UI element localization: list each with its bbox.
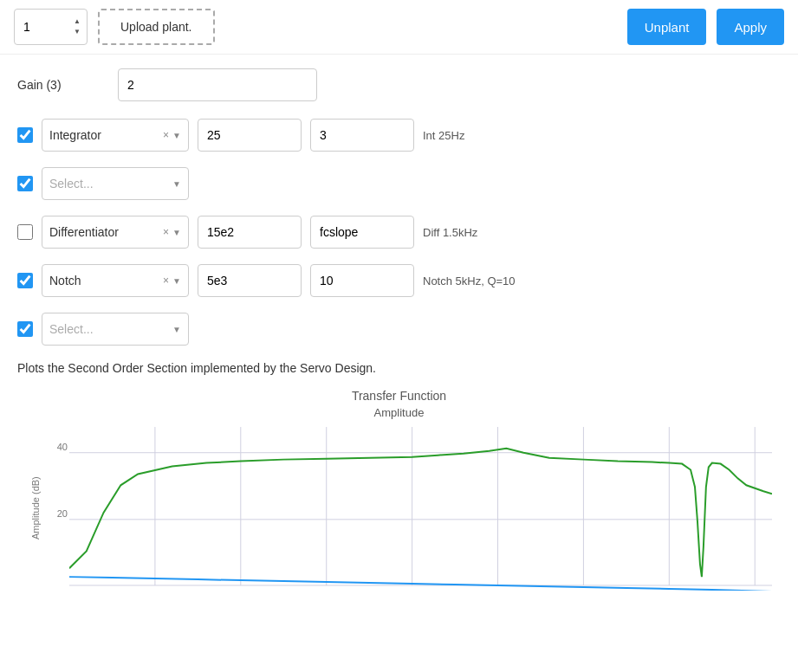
chart-svg — [69, 426, 772, 591]
filter-1-param2[interactable] — [310, 119, 414, 152]
filter-1-arrow-icon: ▼ — [172, 131, 181, 140]
filter-4-description: Notch 5kHz, Q=10 — [423, 275, 516, 288]
filter-row: Integrator × ▼ Int 25Hz — [17, 119, 781, 152]
filter-5-select-icons: ▼ — [172, 325, 181, 334]
chart-container: Transfer Function Amplitude Amplitude (d… — [17, 389, 781, 591]
filter-3-checkbox[interactable] — [17, 224, 33, 240]
description-text: Plots the Second Order Section implement… — [17, 361, 781, 375]
filter-1-description: Int 25Hz — [423, 129, 492, 142]
gain-input[interactable] — [118, 68, 317, 101]
filter-4-arrow-icon: ▼ — [172, 276, 181, 286]
y-ticks: 40 20 — [45, 426, 69, 591]
filter-4-param2[interactable] — [310, 264, 414, 297]
filter-5-arrow-icon: ▼ — [172, 325, 181, 334]
upload-plant-button[interactable]: Upload plant. — [98, 9, 215, 45]
filter-3-param1[interactable] — [198, 216, 302, 249]
filter-2-select-icons: ▼ — [172, 179, 181, 189]
filter-row: Select... ▼ — [17, 167, 781, 200]
filter-5-placeholder: Select... — [49, 322, 172, 336]
main-content: Gain (3) Integrator × ▼ Int 25Hz Select.… — [0, 55, 798, 604]
y-tick-40: 40 — [57, 442, 68, 452]
filter-3-select[interactable]: Differentiator × ▼ — [42, 216, 189, 249]
y-tick-20: 20 — [57, 508, 68, 519]
filter-4-clear-icon[interactable]: × — [163, 275, 169, 287]
filter-3-arrow-icon: ▼ — [172, 228, 181, 237]
filter-1-clear-icon[interactable]: × — [163, 129, 169, 141]
filter-4-param1[interactable] — [198, 264, 302, 297]
filter-4-select[interactable]: Notch × ▼ — [42, 264, 189, 297]
green-curve — [69, 449, 772, 577]
filter-1-select-text: Integrator — [49, 128, 163, 142]
spin-buttons: ▲ ▼ — [70, 17, 84, 36]
spin-up-button[interactable]: ▲ — [70, 17, 84, 26]
gain-label: Gain (3) — [17, 78, 104, 92]
filter-3-param2[interactable] — [310, 216, 414, 249]
filter-1-select[interactable]: Integrator × ▼ — [42, 119, 189, 152]
filter-4-select-icons: × ▼ — [163, 275, 181, 287]
apply-button[interactable]: Apply — [717, 9, 784, 45]
spin-down-button[interactable]: ▼ — [70, 28, 84, 36]
filter-2-select[interactable]: Select... ▼ — [42, 167, 189, 200]
filter-1-select-icons: × ▼ — [163, 129, 181, 141]
y-axis-label: Amplitude (dB) — [26, 426, 45, 591]
top-bar: ▲ ▼ Upload plant. Unplant Apply — [0, 0, 798, 55]
filter-2-arrow-icon: ▼ — [172, 179, 181, 189]
filter-1-checkbox[interactable] — [17, 127, 33, 143]
filter-3-select-text: Differentiator — [49, 225, 163, 239]
filter-3-clear-icon[interactable]: × — [163, 226, 169, 238]
filter-row: Differentiator × ▼ Diff 1.5kHz — [17, 216, 781, 249]
filter-4-select-text: Notch — [49, 274, 163, 288]
chart-subtitle: Amplitude — [26, 406, 772, 419]
unplant-button[interactable]: Unplant — [627, 9, 707, 45]
filter-5-select[interactable]: Select... ▼ — [42, 313, 189, 346]
filter-3-select-icons: × ▼ — [163, 226, 181, 238]
chart-title: Transfer Function — [26, 389, 772, 403]
filter-row: Select... ▼ — [17, 313, 781, 346]
gain-row: Gain (3) — [17, 68, 781, 101]
filter-1-param1[interactable] — [198, 119, 302, 152]
filter-4-checkbox[interactable] — [17, 273, 33, 288]
filter-5-checkbox[interactable] — [17, 321, 33, 337]
filter-row: Notch × ▼ Notch 5kHz, Q=10 — [17, 264, 781, 297]
filter-3-description: Diff 1.5kHz — [423, 226, 492, 239]
filter-2-placeholder: Select... — [49, 177, 172, 191]
blue-curve — [69, 577, 772, 591]
number-input-wrapper: ▲ ▼ — [14, 9, 88, 45]
filter-2-checkbox[interactable] — [17, 176, 33, 191]
